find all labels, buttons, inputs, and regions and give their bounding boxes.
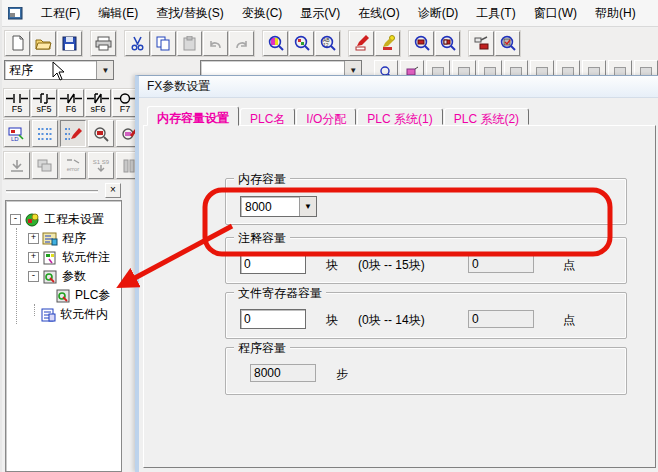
coil-icon xyxy=(114,93,136,104)
cascade-windows-button-disabled[interactable] xyxy=(32,152,58,179)
menu-view[interactable]: 显示(V) xyxy=(291,2,349,25)
point-unit-label: 点 xyxy=(563,257,575,274)
open-file-button[interactable] xyxy=(31,31,56,56)
step-unit-label: 步 xyxy=(336,366,348,383)
project-icon xyxy=(24,213,41,227)
menu-project[interactable]: 工程(F) xyxy=(32,2,89,25)
write-mode-button[interactable] xyxy=(349,31,374,56)
copy-button[interactable] xyxy=(151,31,176,56)
menu-diagnostics[interactable]: 诊断(D) xyxy=(409,2,468,25)
tree-root-label: 工程未设置 xyxy=(44,211,104,228)
new-file-button[interactable] xyxy=(5,31,30,56)
cut-button[interactable] xyxy=(125,31,150,56)
tree-item-label: 参数 xyxy=(62,268,86,285)
ladder-toolbar: F5 sF5 F6 sF6 F7 xyxy=(4,89,139,117)
tree-item-label: 软元件注 xyxy=(62,249,110,266)
open-branch-button[interactable]: F6 xyxy=(58,89,84,117)
open-contact-button[interactable]: F5 xyxy=(4,89,30,117)
tree-node-program[interactable]: + 程序 xyxy=(6,229,121,248)
tree-node-plc-parameter[interactable]: PLC参 xyxy=(6,286,121,305)
list-view-button[interactable] xyxy=(32,120,58,147)
tab-plc-system-2[interactable]: PLC 系统(2) xyxy=(444,108,529,125)
zoom-readout-icon xyxy=(414,35,430,51)
monitor-check-button[interactable] xyxy=(495,31,520,56)
contact-switch-button[interactable] xyxy=(469,31,494,56)
menu-edit[interactable]: 编辑(E) xyxy=(89,2,147,25)
tab-memory-capacity[interactable]: 内存容量设置 xyxy=(147,106,239,126)
file-register-blocks-input[interactable] xyxy=(240,309,306,329)
tree-item-label: 软元件内 xyxy=(60,306,108,323)
undo-icon xyxy=(208,37,223,50)
collapse-box-icon[interactable]: - xyxy=(10,214,21,225)
find-contact-button[interactable] xyxy=(263,31,288,56)
fx-parameter-dialog: FX参数设置 内存容量设置 PLC名 I/O分配 PLC 系统(1) PLC 系… xyxy=(135,75,658,472)
write-edit-button[interactable] xyxy=(60,120,86,147)
step-range-button-disabled[interactable]: S1 S9 xyxy=(88,152,114,179)
comment-blocks-input[interactable] xyxy=(240,254,306,274)
tree-node-parameter[interactable]: - 参数 xyxy=(6,267,121,286)
close-branch-button[interactable]: sF6 xyxy=(85,89,111,117)
undo-button[interactable] xyxy=(203,31,228,56)
monitor-icon xyxy=(93,126,110,142)
memory-capacity-value: 8000 xyxy=(245,200,272,214)
close-panel-button[interactable]: × xyxy=(105,183,121,198)
tab-io-assignment[interactable]: I/O分配 xyxy=(296,108,356,125)
parameter-icon xyxy=(42,270,59,284)
memory-capacity-combobox[interactable]: 8000 ▼ xyxy=(240,196,317,217)
menu-help[interactable]: 帮助(H) xyxy=(586,2,645,25)
find-device-button[interactable] xyxy=(289,31,314,56)
save-icon xyxy=(62,36,77,51)
monitor-mode-button[interactable] xyxy=(375,31,400,56)
block-unit-label: 块 xyxy=(326,257,338,274)
tree-node-device-memory[interactable]: 软元件内 xyxy=(6,305,121,324)
tree-node-device-comment[interactable]: + 软元件注 xyxy=(6,248,121,267)
collapse-box-icon[interactable]: - xyxy=(28,271,39,282)
zoom-write-button[interactable] xyxy=(435,31,460,56)
dialog-title: FX参数设置 xyxy=(147,78,210,95)
program-type-combobox[interactable]: 程序 ▼ xyxy=(4,60,114,80)
menu-window[interactable]: 窗口(W) xyxy=(525,2,586,25)
open-branch-icon xyxy=(60,93,82,104)
print-icon xyxy=(95,36,112,51)
memory-capacity-group: 内存容量 8000 ▼ xyxy=(225,178,627,225)
splitter-groove[interactable] xyxy=(6,190,98,193)
dialog-title-bar[interactable]: FX参数设置 xyxy=(139,76,658,98)
find-string-button[interactable]: AB12 xyxy=(315,31,340,56)
expand-box-icon[interactable]: + xyxy=(28,233,39,244)
program-icon xyxy=(42,232,59,246)
tab-plc-system-1[interactable]: PLC 系统(1) xyxy=(357,108,442,125)
panel-splitter[interactable]: × xyxy=(5,183,133,199)
chevron-down-icon[interactable]: ▼ xyxy=(299,197,316,216)
menu-find-replace[interactable]: 查找/替换(S) xyxy=(147,2,232,25)
menu-tools[interactable]: 工具(T) xyxy=(467,2,524,25)
block-range-label: (0块 -- 15块) xyxy=(358,257,425,274)
error-jump-button-disabled[interactable]: error xyxy=(60,152,86,179)
expand-box-icon[interactable]: + xyxy=(28,252,39,263)
zoom-readout-button[interactable] xyxy=(409,31,434,56)
chevron-down-icon[interactable]: ▼ xyxy=(96,61,113,79)
fkey-label: sF5 xyxy=(36,105,51,114)
tree-item-label: 程序 xyxy=(62,230,86,247)
fkey-label: F7 xyxy=(120,105,131,114)
new-file-icon xyxy=(10,35,26,51)
ladder-logic-button[interactable]: LD xyxy=(4,120,30,147)
menu-online[interactable]: 在线(O) xyxy=(349,2,408,25)
tree-node-project-root[interactable]: - 工程未设置 xyxy=(6,210,121,229)
monitor-button[interactable] xyxy=(88,120,114,147)
monitor-check-icon xyxy=(500,35,516,51)
redo-button[interactable] xyxy=(229,31,254,56)
scissors-icon xyxy=(130,36,145,51)
segment-icon xyxy=(122,159,136,173)
save-button[interactable] xyxy=(57,31,82,56)
close-contact-button[interactable]: sF5 xyxy=(31,89,57,117)
debug-toolbar: error S1 S9 xyxy=(4,152,144,179)
write-edit-icon xyxy=(64,126,82,142)
menu-convert[interactable]: 变换(C) xyxy=(233,2,292,25)
print-button[interactable] xyxy=(91,31,116,56)
contact-switch-icon xyxy=(474,36,490,50)
tab-plc-name[interactable]: PLC名 xyxy=(240,108,295,125)
close-branch-icon xyxy=(87,93,109,104)
main-toolbar: AB12 xyxy=(2,28,658,58)
paste-button[interactable] xyxy=(177,31,202,56)
step-run-button-disabled[interactable] xyxy=(4,152,30,179)
